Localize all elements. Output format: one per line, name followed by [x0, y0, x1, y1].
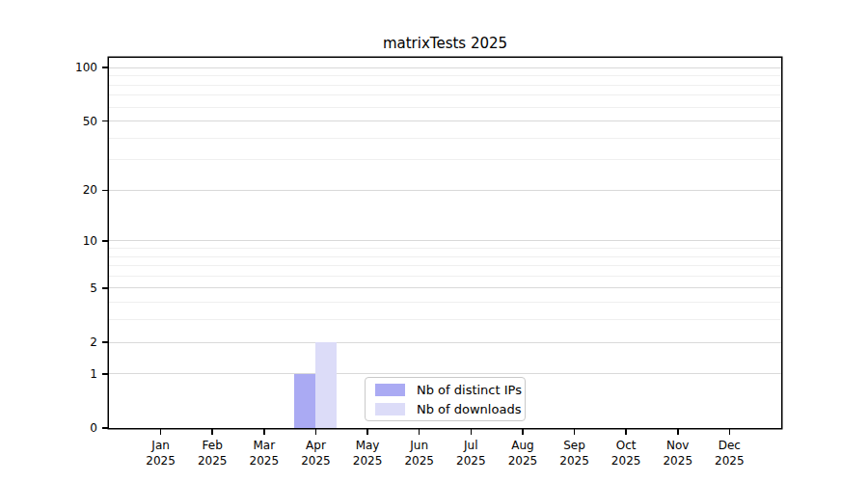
gridline-minor: [109, 319, 781, 320]
legend-label-distinct-ips: Nb of distinct IPs: [417, 382, 522, 398]
y-tick-label: 20: [45, 182, 97, 198]
x-tick-label: Feb2025: [186, 438, 238, 469]
legend-entry-downloads: Nb of downloads: [375, 401, 515, 417]
y-tick-mark: [102, 427, 109, 429]
gridline-minor: [109, 94, 781, 95]
gridline-major: [109, 120, 781, 121]
x-tick-mark: [263, 429, 265, 435]
bar-distinct-ips: [294, 374, 315, 428]
gridline-minor: [109, 107, 781, 108]
x-tick-label: Jun2025: [393, 438, 446, 469]
gridline-minor: [109, 265, 781, 266]
x-tick-mark: [471, 429, 473, 435]
x-tick-label: Jan2025: [135, 438, 187, 469]
x-tick-mark: [522, 429, 524, 435]
gridline-minor: [109, 248, 781, 249]
x-tick-label: Aug2025: [497, 438, 549, 469]
x-tick-mark: [366, 429, 368, 435]
gridline-minor: [109, 75, 781, 76]
legend-swatch-downloads: [375, 403, 405, 415]
gridline-minor: [109, 138, 781, 139]
y-tick-label: 2: [45, 335, 97, 350]
x-tick-mark: [729, 429, 731, 435]
y-tick-label: 0: [45, 420, 97, 436]
legend-label-downloads: Nb of downloads: [417, 401, 521, 417]
gridline-minor: [109, 256, 781, 257]
x-tick-label: Nov2025: [652, 438, 704, 469]
x-tick-label: Oct2025: [600, 438, 652, 469]
gridline-minor: [109, 85, 781, 86]
x-tick-mark: [419, 429, 420, 435]
y-tick-label: 10: [45, 233, 97, 249]
gridline-major: [109, 67, 781, 68]
x-tick-label: Jul2025: [445, 438, 497, 469]
y-tick-label: 100: [45, 60, 97, 75]
gridline-minor: [109, 276, 781, 277]
y-tick-label: 1: [45, 366, 97, 382]
y-tick-label: 5: [45, 281, 97, 296]
plot-area: Nb of distinct IPs Nb of downloads: [109, 58, 781, 428]
x-tick-mark: [574, 429, 576, 435]
x-tick-label: Apr2025: [289, 438, 341, 469]
legend-entry-distinct-ips: Nb of distinct IPs: [375, 382, 515, 398]
x-tick-label: Sep2025: [549, 438, 601, 469]
y-tick-mark: [102, 341, 109, 343]
x-tick-mark: [677, 429, 679, 435]
x-tick-label: Mar2025: [238, 438, 290, 469]
download-stats-chart: matrixTests 2025 Nb of distinct IPs Nb o…: [0, 0, 868, 482]
bar-downloads: [315, 342, 337, 428]
gridline-major: [109, 342, 781, 343]
legend-swatch-distinct-ips: [375, 384, 405, 396]
gridline-minor: [109, 302, 781, 303]
legend: Nb of distinct IPs Nb of downloads: [365, 377, 526, 421]
y-tick-mark: [102, 190, 109, 192]
gridline-major: [109, 373, 781, 374]
gridline-major: [109, 240, 781, 241]
y-tick-mark: [102, 67, 109, 68]
y-tick-mark: [102, 287, 109, 289]
x-tick-mark: [160, 429, 162, 435]
y-tick-mark: [102, 373, 109, 375]
x-tick-mark: [211, 429, 213, 435]
x-tick-mark: [315, 429, 317, 435]
y-tick-mark: [102, 240, 109, 242]
gridline-major: [109, 190, 781, 191]
x-tick-label: May2025: [341, 438, 393, 469]
y-tick-label: 50: [45, 114, 97, 129]
chart-title: matrixTests 2025: [109, 35, 781, 54]
x-tick-mark: [625, 429, 627, 435]
y-tick-mark: [102, 120, 109, 122]
gridline-minor: [109, 159, 781, 160]
x-tick-label: Dec2025: [703, 438, 755, 469]
gridline-major: [109, 287, 781, 288]
